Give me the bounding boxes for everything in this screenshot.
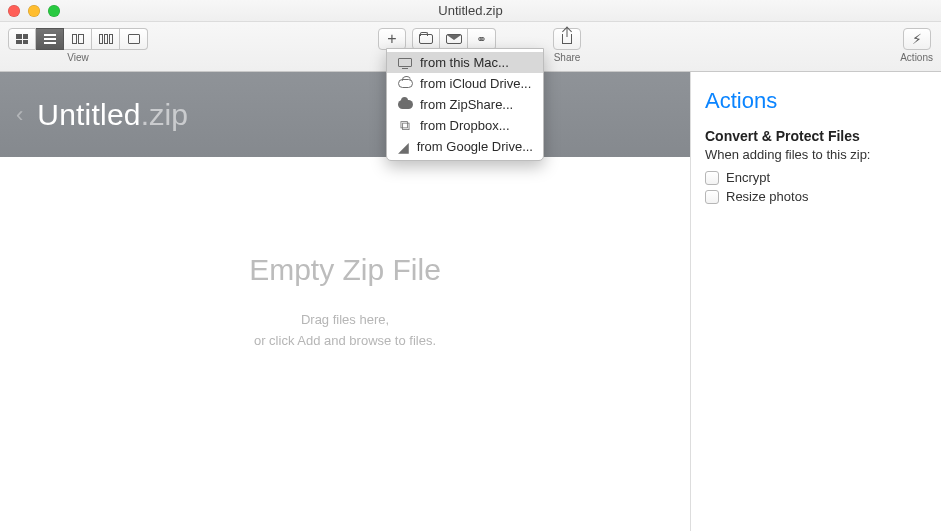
- view-outline-button[interactable]: [120, 28, 148, 50]
- link-icon: ⚭: [476, 32, 487, 47]
- breadcrumb: ‹ Untitled.zip: [0, 72, 690, 157]
- add-button[interactable]: +: [378, 28, 406, 50]
- add-from-mac-item[interactable]: from this Mac...: [387, 52, 543, 73]
- dropbox-icon: ⧉: [397, 119, 413, 133]
- bolt-icon: ⚡︎: [912, 31, 922, 47]
- menu-label: from iCloud Drive...: [420, 76, 531, 91]
- back-chevron-icon[interactable]: ‹: [16, 102, 23, 128]
- archive-title: Untitled.zip: [37, 98, 188, 132]
- empty-heading: Empty Zip File: [249, 253, 441, 287]
- convert-protect-sub: When adding files to this zip:: [705, 147, 927, 162]
- menu-label: from ZipShare...: [420, 97, 513, 112]
- google-drive-icon: ◢: [397, 140, 410, 154]
- view-coverflow-button[interactable]: [92, 28, 120, 50]
- cloud-fill-icon: [397, 98, 413, 112]
- checkbox-icon: [705, 171, 719, 185]
- view-list-button[interactable]: [36, 28, 64, 50]
- convert-protect-heading: Convert & Protect Files: [705, 128, 927, 144]
- checkbox-label: Resize photos: [726, 189, 808, 204]
- share-icon: [562, 34, 572, 44]
- link-button[interactable]: ⚭: [468, 28, 496, 50]
- folder-icon: [419, 34, 433, 44]
- monitor-icon: [397, 56, 413, 70]
- mail-icon: [446, 34, 462, 44]
- view-columns-button[interactable]: [64, 28, 92, 50]
- encrypt-option[interactable]: Encrypt: [705, 170, 927, 185]
- checkbox-label: Encrypt: [726, 170, 770, 185]
- actions-pane-title: Actions: [705, 88, 927, 114]
- actions-pane: Actions Convert & Protect Files When add…: [691, 72, 941, 531]
- share-button[interactable]: [553, 28, 581, 50]
- menu-label: from Dropbox...: [420, 118, 510, 133]
- view-group: View: [8, 28, 148, 63]
- content-pane: ‹ Untitled.zip Empty Zip File Drag files…: [0, 72, 691, 531]
- outline-icon: [128, 34, 140, 44]
- archive-ext: .zip: [141, 98, 189, 131]
- resize-photos-option[interactable]: Resize photos: [705, 189, 927, 204]
- empty-line-1: Drag files here,: [301, 312, 389, 327]
- add-from-dropbox-item[interactable]: ⧉ from Dropbox...: [387, 115, 543, 136]
- mail-button[interactable]: [440, 28, 468, 50]
- actions-button[interactable]: ⚡︎: [903, 28, 931, 50]
- add-group: + ⚭: [378, 28, 496, 50]
- share-label: Share: [554, 52, 581, 63]
- checkbox-icon: [705, 190, 719, 204]
- move-button[interactable]: [412, 28, 440, 50]
- cloud-outline-icon: [397, 77, 413, 91]
- columns-icon: [72, 34, 84, 44]
- share-group: Share: [553, 28, 581, 63]
- add-from-google-drive-item[interactable]: ◢ from Google Drive...: [387, 136, 543, 157]
- actions-group: ⚡︎ Actions: [900, 28, 933, 63]
- list-icon: [44, 34, 56, 44]
- menu-label: from this Mac...: [420, 55, 509, 70]
- view-label: View: [67, 52, 89, 63]
- title-bar: Untitled.zip: [0, 0, 941, 22]
- add-from-icloud-item[interactable]: from iCloud Drive...: [387, 73, 543, 94]
- grid-icon: [16, 34, 28, 44]
- actions-label: Actions: [900, 52, 933, 63]
- coverflow-icon: [99, 34, 113, 44]
- add-from-zipshare-item[interactable]: from ZipShare...: [387, 94, 543, 115]
- menu-label: from Google Drive...: [417, 139, 533, 154]
- window-title: Untitled.zip: [0, 3, 941, 18]
- empty-line-2: or click Add and browse to files.: [254, 333, 436, 348]
- add-dropdown: from this Mac... from iCloud Drive... fr…: [386, 48, 544, 161]
- drop-area[interactable]: Empty Zip File Drag files here, or click…: [0, 157, 690, 531]
- archive-name: Untitled: [37, 98, 140, 131]
- plus-icon: +: [387, 31, 396, 47]
- view-icons-button[interactable]: [8, 28, 36, 50]
